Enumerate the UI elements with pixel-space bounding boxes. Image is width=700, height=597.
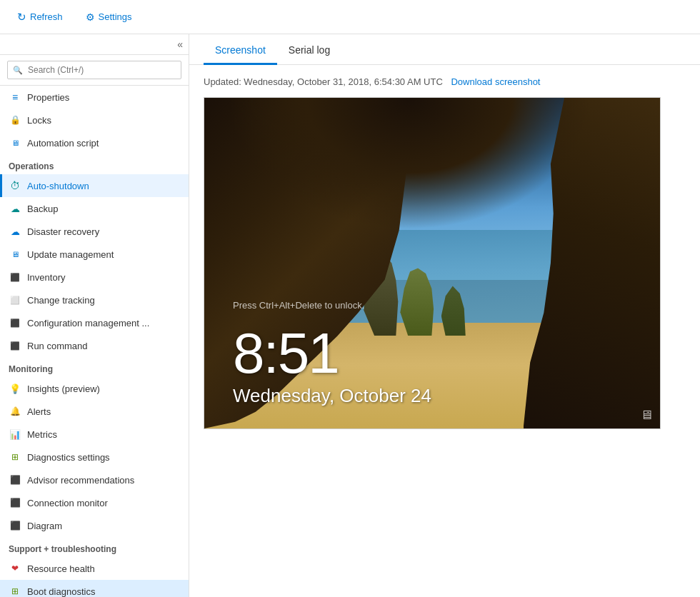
sidebar-item-advisor-recommendations[interactable]: ⬛ Advisor recommendations	[0, 468, 189, 491]
auto-shutdown-label: Auto-shutdown	[27, 181, 89, 191]
properties-label: Properties	[27, 92, 69, 103]
sidebar-item-alerts[interactable]: 🔔 Alerts	[0, 400, 189, 423]
boot-diagnostics-icon: ⊞	[9, 585, 21, 597]
sidebar-item-disaster-recovery[interactable]: ☁ Disaster recovery	[0, 220, 189, 243]
diagram-label: Diagram	[27, 521, 62, 531]
sidebar-item-automation-script[interactable]: 🖥 Automation script	[0, 131, 189, 154]
sidebar-item-boot-diagnostics[interactable]: ⊞ Boot diagnostics	[0, 580, 189, 597]
alerts-label: Alerts	[27, 406, 51, 417]
insights-label: Insights (preview)	[27, 383, 100, 394]
sidebar-item-diagnostics-settings[interactable]: ⊞ Diagnostics settings	[0, 446, 189, 468]
update-management-icon: 🖥	[9, 248, 21, 261]
refresh-icon: ↻	[17, 11, 26, 24]
sidebar-item-change-tracking[interactable]: ⬜ Change tracking	[0, 289, 189, 311]
backup-icon: ☁	[9, 202, 21, 215]
locks-icon: 🔒	[9, 114, 21, 126]
advisor-icon: ⬛	[9, 473, 21, 486]
sidebar-search-container: 🔍	[0, 55, 189, 86]
settings-button[interactable]: ⚙ Settings	[80, 9, 138, 26]
disaster-recovery-label: Disaster recovery	[27, 226, 99, 237]
metrics-label: Metrics	[27, 429, 57, 440]
connection-monitor-icon: ⬛	[9, 496, 21, 509]
configuration-management-icon: ⬛	[9, 316, 21, 329]
automation-script-icon: 🖥	[9, 136, 21, 149]
main-layout: « 🔍 ≡ Properties 🔒 Locks 🖥 Automation sc…	[0, 34, 700, 597]
sidebar-item-connection-monitor[interactable]: ⬛ Connection monitor	[0, 491, 189, 514]
sidebar-item-resource-health[interactable]: ❤ Resource health	[0, 557, 189, 580]
monitor-icon: 🖥	[640, 408, 653, 423]
tabs-bar: Screenshot Serial log	[189, 34, 700, 65]
refresh-label: Refresh	[30, 11, 63, 22]
alerts-icon: 🔔	[9, 405, 21, 418]
auto-shutdown-icon: ⏱	[9, 179, 21, 192]
backup-label: Backup	[27, 204, 58, 214]
connection-monitor-label: Connection monitor	[27, 498, 108, 508]
sidebar-item-run-command[interactable]: ⬛ Run command	[0, 334, 189, 357]
update-bar: Updated: Wednesday, October 31, 2018, 6:…	[204, 76, 686, 87]
insights-icon: 💡	[9, 382, 21, 395]
chevron-left-icon: «	[177, 39, 183, 50]
tab-screenshot[interactable]: Screenshot	[204, 34, 277, 65]
sidebar-collapse-button[interactable]: «	[0, 34, 189, 55]
sidebar-item-diagram[interactable]: ⬛ Diagram	[0, 514, 189, 537]
diagnostics-settings-label: Diagnostics settings	[27, 452, 110, 463]
disaster-recovery-icon: ☁	[9, 225, 21, 238]
monitor-symbol: 🖥	[640, 408, 653, 422]
locks-label: Locks	[27, 115, 51, 126]
change-tracking-label: Change tracking	[27, 295, 95, 306]
search-icon: 🔍	[13, 66, 23, 75]
properties-icon: ≡	[9, 91, 21, 104]
configuration-management-label: Configuration management ...	[27, 318, 149, 328]
update-management-label: Update management	[27, 249, 114, 260]
diagram-icon: ⬛	[9, 519, 21, 532]
operations-section-header: Operations	[0, 154, 189, 174]
run-command-label: Run command	[27, 341, 88, 351]
scene: Press Ctrl+Alt+Delete to unlock. 8:51 We…	[204, 98, 660, 428]
sidebar-item-auto-shutdown[interactable]: ⏱ Auto-shutdown	[0, 174, 189, 197]
sidebar-item-metrics[interactable]: 📊 Metrics	[0, 423, 189, 446]
run-command-icon: ⬛	[9, 339, 21, 352]
sidebar-item-update-management[interactable]: 🖥 Update management	[0, 243, 189, 266]
screenshot-image: Press Ctrl+Alt+Delete to unlock. 8:51 We…	[204, 97, 661, 429]
sidebar-item-inventory[interactable]: ⬛ Inventory	[0, 266, 189, 289]
sidebar-item-locks[interactable]: 🔒 Locks	[0, 109, 189, 131]
settings-icon: ⚙	[86, 11, 95, 23]
unlock-text: Press Ctrl+Alt+Delete to unlock.	[233, 300, 631, 311]
automation-script-label: Automation script	[27, 138, 99, 149]
sidebar-item-backup[interactable]: ☁ Backup	[0, 197, 189, 220]
inventory-label: Inventory	[27, 272, 65, 283]
advisor-label: Advisor recommendations	[27, 475, 134, 486]
time-display: 8:51	[233, 325, 631, 382]
change-tracking-icon: ⬜	[9, 294, 21, 306]
sidebar: « 🔍 ≡ Properties 🔒 Locks 🖥 Automation sc…	[0, 34, 189, 597]
refresh-button[interactable]: ↻ Refresh	[11, 8, 69, 26]
content-body: Updated: Wednesday, October 31, 2018, 6:…	[189, 65, 700, 441]
settings-label: Settings	[99, 11, 132, 22]
metrics-icon: 📊	[9, 428, 21, 441]
tab-serial-log[interactable]: Serial log	[277, 34, 341, 65]
update-text: Updated: Wednesday, October 31, 2018, 6:…	[204, 76, 443, 87]
resource-health-icon: ❤	[9, 562, 21, 575]
resource-health-label: Resource health	[27, 563, 95, 574]
screen-overlay: Press Ctrl+Alt+Delete to unlock. 8:51 We…	[204, 98, 660, 428]
boot-diagnostics-label: Boot diagnostics	[27, 586, 95, 597]
date-display: Wednesday, October 24	[233, 385, 631, 407]
sidebar-item-insights-preview[interactable]: 💡 Insights (preview)	[0, 377, 189, 400]
diagnostics-settings-icon: ⊞	[9, 451, 21, 463]
search-input[interactable]	[7, 61, 181, 79]
sidebar-item-configuration-management[interactable]: ⬛ Configuration management ...	[0, 311, 189, 334]
sidebar-item-properties[interactable]: ≡ Properties	[0, 86, 189, 109]
content-area: Screenshot Serial log Updated: Wednesday…	[189, 34, 700, 597]
toolbar: ↻ Refresh ⚙ Settings	[0, 0, 700, 34]
support-section-header: Support + troubleshooting	[0, 537, 189, 557]
inventory-icon: ⬛	[9, 271, 21, 284]
download-screenshot-link[interactable]: Download screenshot	[451, 76, 540, 87]
monitoring-section-header: Monitoring	[0, 357, 189, 377]
